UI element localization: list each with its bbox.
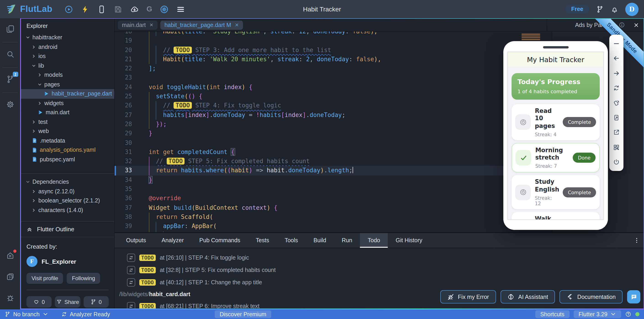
bottom-tab-tests[interactable]: Tests (248, 233, 277, 248)
external-link-icon[interactable] (613, 129, 620, 136)
tree-item-analysis-options-yaml[interactable]: analysis_options.yaml (21, 145, 114, 155)
power-icon[interactable] (613, 159, 620, 165)
tree-item-habittracker[interactable]: habittracker (21, 33, 114, 42)
creator-avatar[interactable]: F (26, 256, 38, 267)
dependency-item[interactable]: characters (1.4.0) (21, 205, 114, 215)
share-button[interactable]: Share (55, 296, 80, 307)
tree-item--metadata[interactable]: .metadata (21, 136, 114, 145)
info-icon[interactable] (619, 22, 625, 28)
tree-item-habit-tracker-page-dart[interactable]: habit_tracker_page.dartM (21, 89, 114, 99)
likes-button[interactable]: 0 (26, 296, 52, 307)
tree-item-main-dart[interactable]: main.dart (21, 108, 114, 117)
run-icon[interactable] (64, 5, 73, 14)
panel-menu-icon[interactable] (634, 237, 640, 244)
chat-button[interactable] (627, 290, 640, 303)
tree-item-pages[interactable]: pages (21, 80, 114, 89)
shortcuts-button[interactable]: Shortcuts (535, 310, 570, 318)
user-avatar[interactable]: D (625, 3, 638, 16)
tree-item-models[interactable]: models (21, 70, 114, 80)
dependency-item[interactable]: async (2.12.0) (21, 187, 114, 196)
ai-assistant-button[interactable]: AI Assistant (500, 290, 555, 303)
following-button[interactable]: Following (67, 273, 100, 284)
files-icon[interactable] (6, 25, 14, 33)
refresh-icon[interactable] (613, 85, 620, 91)
search-icon[interactable] (6, 50, 14, 59)
todo-item[interactable]: TODOat [32:8] | STEP 5: Fix completed ha… (119, 264, 644, 276)
tab-label: main.dart (122, 22, 146, 28)
arrow-right-icon[interactable] (613, 70, 620, 77)
g-icon[interactable]: G (146, 5, 152, 13)
menu-icon[interactable] (176, 5, 185, 14)
discover-premium-button[interactable]: Discover Premium (215, 310, 271, 318)
tree-item-pubspec-yaml[interactable]: pubspec.yaml (21, 155, 114, 164)
qr-code-icon[interactable] (613, 144, 620, 151)
dependency-label: async (2.12.0) (38, 188, 74, 195)
tree-item-ios[interactable]: ios (21, 52, 114, 61)
flutter-outline-header[interactable]: Flutter Outline (21, 221, 114, 237)
bottom-tab-git-history[interactable]: Git History (388, 233, 430, 248)
habit-card[interactable]: Study EnglishStreak: 12Complete (512, 175, 600, 209)
tree-item-android[interactable]: android (21, 42, 114, 52)
chevron-right-icon (32, 189, 36, 194)
cloud-download-icon[interactable] (130, 5, 138, 14)
tree-item-test[interactable]: test (21, 117, 114, 127)
documentation-button[interactable]: Documentation (560, 290, 622, 303)
bottom-tab-run[interactable]: Run (334, 233, 360, 248)
habit-streak: Streak: 7 (535, 163, 569, 169)
habit-action-button[interactable]: Done (573, 153, 596, 163)
editor-tab-main-dart[interactable]: main.dart (118, 20, 158, 30)
habit-text: Walk 20 minutesStreak: 2 (535, 215, 559, 220)
code-line-content: setState(() { (132, 92, 552, 101)
visit-profile-button[interactable]: Visit profile (26, 273, 63, 284)
tree-item-lib[interactable]: lib (21, 61, 114, 70)
habit-card[interactable]: Morning stretchStreak: 7Done (512, 143, 600, 173)
line-number: 38 (115, 212, 132, 222)
source-control-icon[interactable]: 1 (6, 75, 14, 84)
notifications-icon[interactable] (611, 5, 618, 13)
habit-action-button[interactable]: Complete (563, 187, 596, 197)
plan-badge[interactable]: Free (565, 5, 589, 14)
fix-my-error-button[interactable]: Fix my Error (440, 290, 496, 303)
close-preview-icon[interactable] (634, 22, 639, 28)
minimize-icon[interactable] (613, 40, 620, 47)
dependencies-header[interactable]: Dependencies (21, 177, 114, 187)
build-settings-icon[interactable] (160, 5, 168, 14)
dependency-item[interactable]: boolean_selector (2.1.2) (21, 196, 114, 205)
habit-card[interactable]: Read 10 pagesStreak: 4Complete (512, 104, 600, 140)
fork-button[interactable]: 0 (83, 296, 109, 307)
bottom-tab-outputs[interactable]: Outputs (118, 233, 154, 248)
svg-text:R: R (9, 254, 11, 258)
device-icon[interactable] (97, 5, 106, 14)
save-icon[interactable] (114, 5, 122, 14)
debug-icon[interactable] (6, 293, 14, 302)
code-editor[interactable]: 18 Habit(title: 'Study English', streak:… (115, 32, 552, 232)
code-line-content: // TODO STEP 5: Fix completed habits cou… (132, 157, 552, 166)
editor-tab-habit_tracker_page-dart[interactable]: habit_tracker_page.dart M (160, 20, 243, 30)
help-icon[interactable]: ? (6, 272, 14, 281)
bottom-tab-tools[interactable]: Tools (277, 233, 306, 248)
rotate-device-icon[interactable] (613, 99, 620, 106)
bottom-tab-pub-commands[interactable]: Pub Commands (192, 233, 248, 248)
tree-item-widgets[interactable]: widgets (21, 99, 114, 108)
bottom-tab-analyzer[interactable]: Analyzer (154, 233, 192, 248)
flutlab-logo-icon (6, 3, 17, 15)
help-status-icon[interactable] (625, 311, 631, 317)
flutlab-logo[interactable]: FlutLab (6, 3, 52, 15)
analyzer-status[interactable]: Analyzer Ready (61, 311, 110, 317)
branch-selector[interactable]: No branch (4, 311, 48, 317)
git-icon[interactable] (596, 5, 604, 13)
tree-item-web[interactable]: web (21, 127, 114, 136)
creator-username[interactable]: FL_Explorer (42, 258, 76, 265)
habit-action-button[interactable]: Complete (563, 117, 596, 127)
settings-icon[interactable] (6, 100, 14, 109)
todo-item[interactable]: TODOat [26:10] | STEP 4: Fix toggle logi… (119, 251, 644, 264)
resize-device-icon[interactable] (613, 114, 620, 121)
flutter-version-selector[interactable]: Flutter 3.29 (574, 310, 621, 318)
bottom-tab-build[interactable]: Build (306, 233, 334, 248)
arrow-left-icon[interactable] (613, 55, 620, 62)
home-icon[interactable]: R (6, 251, 14, 260)
hot-restart-icon[interactable] (80, 5, 89, 14)
bottom-tab-todo[interactable]: Todo (360, 233, 388, 248)
todo-item[interactable]: TODOat [40:12] | STEP 1: Change the app … (119, 276, 644, 288)
habit-card[interactable]: Walk 20 minutesStreak: 2Complete (512, 212, 600, 220)
